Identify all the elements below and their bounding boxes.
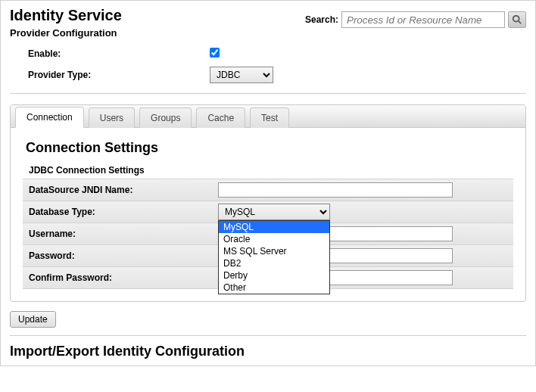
provider-type-select[interactable]: JDBC — [210, 67, 273, 83]
jndi-row: DataSource JNDI Name: — [23, 179, 513, 201]
jdbc-subhead: JDBC Connection Settings — [29, 165, 513, 176]
dbtype-dropdown[interactable]: MySQL Oracle MS SQL Server DB2 Derby Oth… — [218, 220, 330, 294]
search-icon — [512, 14, 522, 25]
svg-point-0 — [513, 16, 519, 22]
tab-users[interactable]: Users — [89, 107, 135, 128]
dbtype-option-db2[interactable]: DB2 — [219, 257, 329, 269]
enable-checkbox[interactable] — [210, 48, 220, 58]
dbtype-select-wrap: MySQL MySQL Oracle MS SQL Server DB2 Der… — [218, 204, 330, 220]
enable-label: Enable: — [28, 48, 210, 59]
import-export-title: Import/Export Identity Configuration — [10, 344, 526, 359]
search-label: Search: — [305, 14, 338, 25]
username-label: Username: — [29, 229, 218, 239]
header-row: Identity Service Provider Configuration … — [10, 7, 526, 43]
confirm-password-label: Confirm Password: — [29, 272, 218, 283]
dbtype-select[interactable]: MySQL — [218, 204, 330, 220]
dbtype-option-mssql[interactable]: MS SQL Server — [219, 245, 329, 257]
search-area: Search: — [305, 11, 526, 28]
page-title: Identity Service — [10, 7, 122, 24]
divider-2 — [10, 335, 526, 336]
dbtype-option-derby[interactable]: Derby — [219, 269, 329, 282]
jndi-input[interactable] — [218, 182, 453, 198]
tabs-panel: Connection Users Groups Cache Test Conne… — [10, 104, 526, 302]
update-button[interactable]: Update — [10, 311, 56, 328]
tab-bar: Connection Users Groups Cache Test — [11, 105, 525, 128]
connection-title: Connection Settings — [26, 140, 513, 156]
dbtype-option-oracle[interactable]: Oracle — [219, 233, 329, 245]
svg-line-1 — [519, 21, 522, 24]
search-input[interactable] — [341, 11, 505, 28]
header-left: Identity Service Provider Configuration — [10, 7, 122, 43]
divider — [10, 93, 526, 94]
dbtype-option-mysql[interactable]: MySQL — [219, 221, 329, 233]
provider-type-label: Provider Type: — [28, 70, 210, 80]
dbtype-label: Database Type: — [29, 207, 218, 217]
provider-type-row: Provider Type: JDBC — [10, 64, 526, 86]
tab-body: Connection Settings JDBC Connection Sett… — [11, 128, 525, 301]
tab-connection[interactable]: Connection — [15, 107, 84, 128]
search-button[interactable] — [508, 11, 526, 28]
enable-row: Enable: — [10, 43, 526, 64]
tab-cache[interactable]: Cache — [196, 107, 245, 128]
password-label: Password: — [29, 250, 218, 261]
tab-groups[interactable]: Groups — [139, 107, 192, 128]
jndi-label: DataSource JNDI Name: — [29, 185, 218, 195]
dbtype-option-other[interactable]: Other — [219, 282, 329, 294]
tab-test[interactable]: Test — [250, 107, 289, 128]
page-container: Identity Service Provider Configuration … — [0, 0, 536, 366]
dbtype-row: Database Type: MySQL MySQL Oracle MS SQL… — [23, 201, 513, 223]
section-label: Provider Configuration — [10, 27, 122, 39]
